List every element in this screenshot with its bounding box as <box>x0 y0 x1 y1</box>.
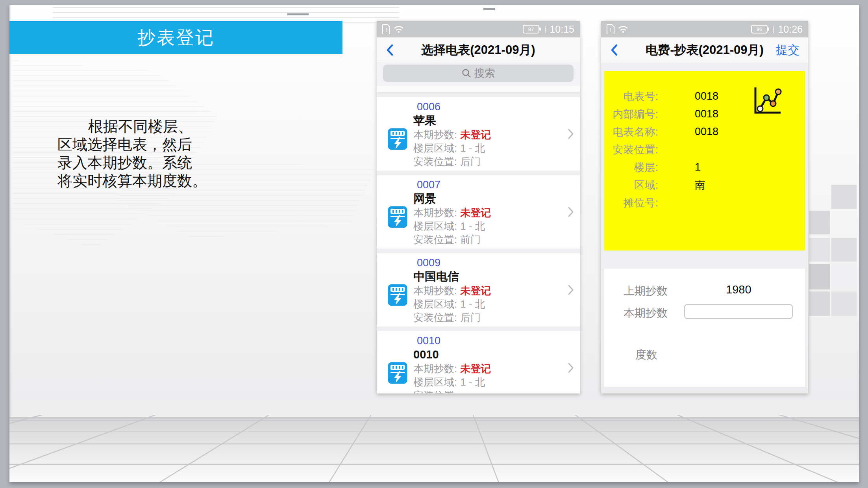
meter-icon <box>387 362 408 384</box>
nav-bar: 选择电表(2021-09月) <box>377 37 580 63</box>
svg-text:!: ! <box>385 26 387 33</box>
meter-reading-row: 本期抄数:未登记 <box>413 206 580 219</box>
meter-list-item[interactable]: 0009 中国电信 本期抄数:未登记 楼层区域:1 - 北 安装位置:后门 <box>377 253 580 327</box>
meter-reading-row: 本期抄数:未登记 <box>413 362 580 375</box>
meter-position-row: 安装位置: <box>413 389 580 393</box>
reading-status: 未登记 <box>460 207 491 219</box>
status-bar: ! 86 | 10:26 <box>601 21 808 37</box>
meter-icon <box>387 206 408 228</box>
meter-reading-row: 本期抄数:未登记 <box>413 128 580 141</box>
meter-code: 0009 <box>417 253 580 269</box>
current-reading-label: 本期抄数 <box>624 306 668 321</box>
info-row: 摊位号: <box>604 194 805 212</box>
list-top-strip <box>377 86 580 93</box>
body-line: 区域选择电表，然后 <box>57 135 231 154</box>
meter-name: 苹果 <box>413 113 580 128</box>
map-dash <box>287 13 309 15</box>
meter-info-panel: 电表号:0018 内部编号:0018 电表名称:0018 安装位置: 楼层:1 … <box>604 71 805 250</box>
search-section: 搜索 <box>377 63 580 86</box>
info-row: 区域:南 <box>604 176 805 194</box>
wifi-icon <box>394 25 404 33</box>
status-bar: ! 87 | 10:15 <box>377 21 580 37</box>
prev-reading-label: 上期抄数 <box>624 284 668 299</box>
status-time: 10:26 <box>778 24 803 35</box>
map-dash <box>483 8 495 10</box>
body-line: 录入本期抄数。系统 <box>57 154 231 172</box>
battery-percent: 86 <box>757 26 762 32</box>
nav-bar: 电费-抄表(2021-09月) 提交 <box>601 37 808 63</box>
battery-separator: | <box>773 25 775 33</box>
battery-icon: 87 <box>523 25 541 33</box>
meter-code: 0007 <box>417 175 580 191</box>
line-chart-icon <box>751 86 782 117</box>
sim-icon: ! <box>382 24 390 34</box>
meter-position-row: 安装位置:后门 <box>413 311 580 324</box>
meter-list-item[interactable]: 0007 网景 本期抄数:未登记 楼层区域:1 - 北 安装位置:前门 <box>377 175 580 249</box>
meter-area-row: 楼层区域:1 - 北 <box>413 375 580 389</box>
chevron-right-icon <box>568 207 574 217</box>
floor-grid <box>9 415 859 482</box>
meter-area-row: 楼层区域:1 - 北 <box>413 141 580 155</box>
meter-list: 0006 苹果 本期抄数:未登记 楼层区域:1 - 北 安装位置:后门 <box>377 86 580 393</box>
page-title: 抄表登记 <box>9 21 342 54</box>
info-row: 安装位置: <box>604 141 805 158</box>
chevron-right-icon <box>568 285 574 295</box>
meter-area-row: 楼层区域:1 - 北 <box>413 297 580 311</box>
meter-list-item[interactable]: 0006 苹果 本期抄数:未登记 楼层区域:1 - 北 安装位置:后门 <box>377 97 580 171</box>
sim-icon: ! <box>607 24 614 34</box>
degrees-label: 度数 <box>635 347 657 362</box>
search-placeholder: 搜索 <box>474 66 495 80</box>
meter-icon <box>387 128 408 150</box>
reading-status: 未登记 <box>460 363 491 375</box>
reading-form-card: 上期抄数 1980 本期抄数 度数 <box>604 269 805 387</box>
reading-status: 未登记 <box>460 285 491 297</box>
meter-name: 网景 <box>413 191 580 206</box>
body-line: 将实时核算本期度数。 <box>57 172 231 190</box>
meter-list-screen: ! 87 | 10:15 选 <box>377 21 580 393</box>
slide-stage: 抄表登记 根据不同楼层、 区域选择电表，然后 录入本期抄数。系统 将实时核算本期… <box>0 0 868 488</box>
meter-position-row: 安装位置:后门 <box>413 155 580 168</box>
meter-name: 中国电信 <box>413 269 580 284</box>
info-row: 电表名称:0018 <box>604 123 805 141</box>
meter-name: 0010 <box>413 347 580 362</box>
search-icon <box>461 68 472 78</box>
meter-code: 0006 <box>417 97 580 113</box>
search-input[interactable]: 搜索 <box>383 65 574 82</box>
meter-icon <box>387 284 408 306</box>
meter-list-item[interactable]: 0010 0010 本期抄数:未登记 楼层区域:1 - 北 安装位置: <box>377 331 580 393</box>
screen-footer: 版权所有:2021,台州市文达软件开发有限公司 <box>601 387 808 393</box>
body-line: 根据不同楼层、 <box>57 117 231 135</box>
svg-text:!: ! <box>610 26 611 33</box>
status-time: 10:15 <box>550 24 574 35</box>
submit-button[interactable]: 提交 <box>776 37 800 62</box>
wifi-icon <box>618 25 628 33</box>
screen-title: 选择电表(2021-09月) <box>377 37 580 62</box>
reading-status: 未登记 <box>460 129 491 141</box>
slide: 抄表登记 根据不同楼层、 区域选择电表，然后 录入本期抄数。系统 将实时核算本期… <box>9 5 859 482</box>
battery-icon: 86 <box>751 25 769 33</box>
meter-code: 0010 <box>417 331 580 347</box>
meter-position-row: 安装位置:前门 <box>413 233 580 246</box>
current-reading-input[interactable] <box>684 304 793 319</box>
prev-reading-value: 1980 <box>726 283 751 296</box>
battery-percent: 87 <box>528 26 534 32</box>
slide-body-text: 根据不同楼层、 区域选择电表，然后 录入本期抄数。系统 将实时核算本期度数。 <box>57 117 231 190</box>
info-row: 楼层:1 <box>604 158 805 176</box>
meter-area-row: 楼层区域:1 - 北 <box>413 219 580 233</box>
battery-separator: | <box>544 25 546 33</box>
chevron-right-icon <box>568 363 574 373</box>
meter-reading-screen: ! 86 | 10:26 电 <box>601 21 808 393</box>
meter-reading-row: 本期抄数:未登记 <box>413 284 580 297</box>
chevron-right-icon <box>568 129 574 139</box>
